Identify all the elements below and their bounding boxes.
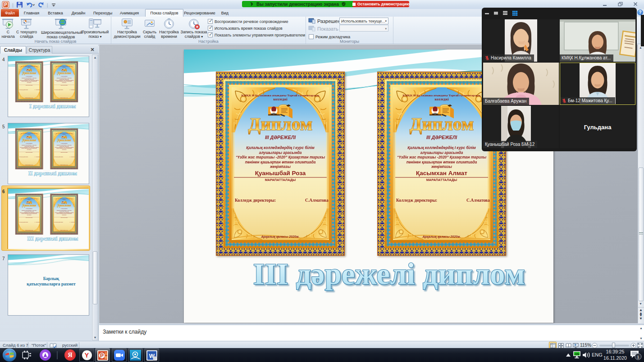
svg-text:P: P	[4, 2, 7, 7]
svg-text:III дәрежелі диплом: III дәрежелі диплом	[253, 257, 525, 291]
svg-text:P: P	[100, 353, 104, 359]
svg-text:1: 1	[637, 354, 639, 359]
svg-text:қатысушыларға рахмет: қатысушыларға рахмет	[27, 281, 76, 286]
svg-text:II дәрежелі диплом: II дәрежелі диплом	[28, 170, 77, 176]
svg-text:ON: ON	[575, 353, 579, 356]
svg-text:III дәрежелі диплом: III дәрежелі диплом	[27, 235, 78, 242]
svg-text:I дәрежелі диплом: I дәрежелі диплом	[29, 103, 76, 109]
svg-text:Бәрлық: Бәрлық	[43, 276, 59, 281]
